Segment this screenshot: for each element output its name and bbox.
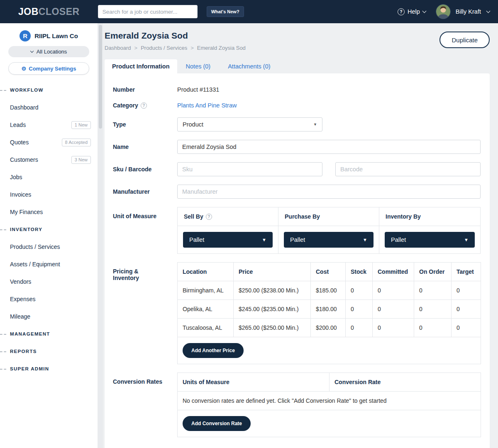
pricing-footer-row: Add Another Price	[178, 337, 481, 364]
app-logo: JOBCLOSER	[18, 6, 80, 17]
avatar-image	[436, 5, 450, 19]
sidebar-item-mileage[interactable]: Mileage	[0, 308, 98, 325]
location-selector-label: All Locations	[37, 49, 67, 55]
nav-item-label: Leads	[10, 122, 26, 128]
sidebar-item-my-finances[interactable]: My Finances	[0, 203, 98, 221]
sidebar-item-dashboard[interactable]: Dashboard	[0, 99, 98, 116]
nav-item-label: Jobs	[10, 174, 22, 180]
category-link[interactable]: Plants And Pine Straw	[177, 102, 237, 109]
sidebar-item-products-services[interactable]: Products / Services	[0, 238, 98, 256]
user-name[interactable]: Billy Kraft	[456, 8, 481, 15]
barcode-input[interactable]	[335, 162, 481, 176]
pricing-table: Location Price Cost Stock Committed On O…	[177, 262, 481, 364]
scrollbar-thumb[interactable]	[99, 25, 102, 129]
logo-secondary: CLOSER	[39, 6, 80, 17]
add-conversion-rate-button[interactable]: Add Conversion Rate	[183, 416, 251, 431]
sidebar-item-invoices[interactable]: Invoices	[0, 186, 98, 203]
sidebar-scrollbar[interactable]	[98, 23, 103, 448]
location-link[interactable]: Tuscaloosa, AL	[178, 319, 234, 337]
conversion-empty-row: No conversion rates are defined yet. Cli…	[178, 392, 481, 410]
nav-section-super-admin[interactable]: SUPER ADMIN	[0, 360, 98, 377]
col-stock: Stock	[346, 263, 373, 281]
tab-product-information[interactable]: Product Information	[105, 59, 177, 73]
sidebar-item-jobs[interactable]: Jobs	[0, 168, 98, 186]
location-link[interactable]: Birmingham, AL	[178, 281, 234, 300]
name-row: Name	[113, 140, 481, 154]
location-link[interactable]: Opelika, AL	[178, 300, 234, 319]
chevron-down-icon[interactable]	[486, 9, 491, 13]
inventory-by-header: Inventory By	[379, 207, 480, 226]
help-menu[interactable]: ? Help	[398, 8, 426, 15]
help-icon: ?	[398, 8, 405, 15]
breadcrumb-current: Emerald Zoysia Sod	[197, 45, 246, 51]
tab-attachments[interactable]: Attachments (0)	[219, 59, 279, 73]
name-input[interactable]	[177, 140, 481, 154]
nav-item-label: Customers	[10, 156, 38, 163]
col-conversion-rate: Conversion Rate	[330, 373, 481, 392]
duplicate-button[interactable]: Duplicate	[439, 32, 490, 48]
pricing-inventory-label: Pricing & Inventory	[113, 262, 152, 364]
sell-by-label: Sell By	[184, 213, 203, 220]
category-help-icon[interactable]: ?	[141, 102, 147, 109]
col-price: Price	[234, 263, 311, 281]
chevron-down-icon	[30, 49, 33, 53]
col-on-order: On Order	[414, 263, 452, 281]
pricing-header-row: Location Price Cost Stock Committed On O…	[178, 263, 481, 281]
cost-cell: $200.00	[311, 319, 346, 337]
stock-cell: 0	[346, 281, 373, 300]
nav-section-management[interactable]: MANAGEMENT	[0, 325, 98, 343]
sidebar-nav: WORKFLOW Dashboard Leads1 New Quotes8 Ac…	[0, 81, 98, 377]
col-units-of-measure: Units of Measure	[178, 373, 330, 392]
category-label: Category ?	[113, 102, 177, 109]
sidebar-item-leads[interactable]: Leads1 New	[0, 116, 98, 134]
tab-notes[interactable]: Notes (0)	[177, 59, 220, 73]
global-search-input[interactable]	[98, 5, 198, 18]
sell-by-help-icon[interactable]: ?	[206, 214, 212, 220]
nav-item-label: Expenses	[10, 296, 35, 302]
breadcrumb-products-services[interactable]: Products / Services	[141, 45, 187, 51]
stock-cell: 0	[346, 319, 373, 337]
sell-by-select[interactable]: Pallet ▼	[183, 232, 273, 248]
type-select[interactable]: Product ▼	[177, 117, 322, 131]
purchase-by-select[interactable]: Pallet ▼	[284, 232, 374, 248]
dropdown-caret-icon: ▼	[313, 122, 317, 127]
add-another-price-button[interactable]: Add Another Price	[183, 343, 244, 358]
location-selector[interactable]: All Locations	[8, 46, 89, 57]
main-content: Emerald Zoysia Sod Dashboard > Products …	[103, 23, 498, 448]
on-order-cell: 0	[414, 319, 452, 337]
name-label: Name	[113, 144, 177, 150]
sell-by-value: Pallet	[189, 236, 204, 243]
whats-new-button[interactable]: What's New?	[207, 6, 244, 17]
company-header: R RIIPL Lawn Co	[0, 30, 98, 41]
sidebar-item-customers[interactable]: Customers3 New	[0, 151, 98, 168]
type-label: Type	[113, 121, 177, 128]
nav-section-workflow: WORKFLOW	[0, 81, 98, 99]
sidebar-item-quotes[interactable]: Quotes8 Accepted	[0, 134, 98, 151]
nav-section-inventory: INVENTORY	[0, 221, 98, 238]
company-settings-button[interactable]: ⚙ Company Settings	[8, 62, 89, 75]
manufacturer-row: Manufacturer	[113, 185, 481, 199]
sku-input[interactable]	[177, 162, 322, 176]
category-label-text: Category	[113, 102, 138, 109]
cost-cell: $180.00	[311, 300, 346, 319]
purchase-by-header: Purchase By	[278, 207, 379, 226]
stock-cell: 0	[346, 300, 373, 319]
unit-of-measure-label: Unit of Measure	[113, 207, 177, 254]
logo-primary: JOB	[18, 6, 39, 17]
nav-item-label: My Finances	[10, 209, 43, 215]
inventory-by-select[interactable]: Pallet ▼	[385, 232, 475, 248]
sidebar-item-expenses[interactable]: Expenses	[0, 290, 98, 308]
sidebar-item-vendors[interactable]: Vendors	[0, 273, 98, 290]
number-row: Number Product #11331	[113, 86, 481, 93]
pricing-inventory-row: Pricing & Inventory Location Price Cost …	[113, 262, 481, 364]
user-avatar[interactable]	[436, 4, 451, 19]
product-information-panel: Number Product #11331 Category ? Plants …	[105, 73, 490, 448]
number-label: Number	[113, 86, 177, 93]
manufacturer-input[interactable]	[177, 185, 481, 199]
unit-of-measure-table: Sell By ? Purchase By Inventory By Palle…	[177, 207, 481, 254]
nav-section-reports[interactable]: REPORTS	[0, 343, 98, 360]
sidebar-item-assets-equipment[interactable]: Assets / Equipment	[0, 256, 98, 273]
breadcrumb-dashboard[interactable]: Dashboard	[105, 45, 131, 51]
target-cell: 0	[452, 319, 481, 337]
product-number-value: Product #11331	[177, 86, 219, 93]
